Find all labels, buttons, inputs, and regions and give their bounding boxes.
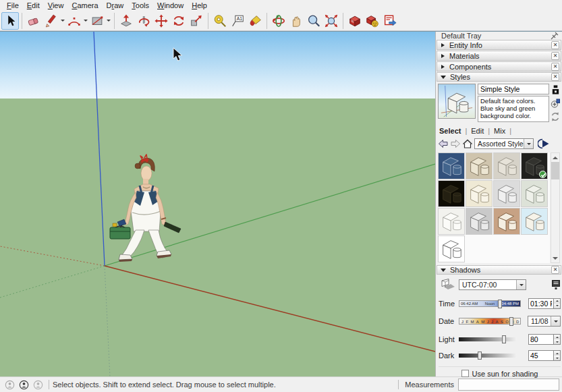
style-thumbnail[interactable] [438, 235, 465, 262]
dark-spinner[interactable] [553, 350, 561, 361]
styles-section-header[interactable]: Styles ✕ [437, 72, 561, 82]
model-viewport[interactable] [0, 32, 435, 376]
style-thumbnail[interactable] [438, 208, 465, 235]
close-section-button[interactable]: ✕ [551, 52, 559, 60]
time-field[interactable] [528, 298, 553, 309]
light-field[interactable] [528, 334, 553, 345]
style-thumbnail[interactable] [493, 208, 520, 235]
arc-tool-button[interactable] [65, 12, 83, 30]
dropdown-arrow-icon[interactable] [516, 280, 526, 289]
secondary-pane-icon[interactable] [551, 84, 561, 95]
timezone-dropdown[interactable]: UTC-07:00 [459, 279, 526, 290]
menu-item[interactable]: File [3, 1, 23, 10]
menu-item[interactable]: Help [188, 1, 211, 10]
menu-item[interactable]: View [44, 1, 68, 10]
create-new-style-icon[interactable] [550, 98, 561, 109]
style-thumbnail[interactable] [493, 180, 520, 207]
extension-warehouse-button[interactable] [381, 12, 399, 30]
style-thumbnail[interactable] [521, 208, 548, 235]
zoom-extents-button[interactable] [322, 12, 340, 30]
styles-tab[interactable]: Edit [467, 127, 488, 135]
paint-bucket-tool-button[interactable] [246, 12, 264, 30]
line-tool-dropdown[interactable] [60, 12, 65, 30]
dropdown-arrow-icon[interactable] [551, 316, 560, 326]
time-slider-thumb[interactable] [498, 300, 502, 308]
menu-item[interactable]: Window [153, 1, 188, 10]
dropdown-arrow-icon[interactable] [524, 139, 533, 148]
line-tool-button[interactable] [43, 12, 60, 30]
select-tool-button[interactable] [1, 12, 19, 30]
close-section-button[interactable]: ✕ [551, 266, 559, 274]
style-description[interactable]: Default face colors. Blue sky and green … [478, 96, 549, 122]
pan-tool-button[interactable] [287, 12, 305, 30]
style-details-icon[interactable] [538, 138, 550, 149]
scroll-up-icon[interactable] [551, 153, 559, 162]
style-thumbnail[interactable] [466, 152, 493, 179]
back-icon[interactable] [438, 139, 449, 148]
orbit-tool-button[interactable] [270, 12, 287, 30]
rectangle-tool-dropdown[interactable] [106, 12, 111, 30]
zoom-tool-button[interactable] [305, 12, 322, 30]
style-thumbnail[interactable] [493, 152, 520, 179]
menu-item[interactable]: Tools [128, 1, 153, 10]
push-pull-tool-button[interactable] [117, 12, 135, 30]
measurements-input[interactable] [458, 379, 559, 391]
tray-section-header[interactable]: Entity Info ✕ [437, 40, 561, 50]
toolbar-separator [22, 13, 22, 29]
tray-section-header[interactable]: Materials ✕ [437, 51, 561, 61]
styles-scrollbar[interactable] [551, 152, 560, 263]
scrollbar-thumb[interactable] [551, 162, 559, 179]
date-slider[interactable]: JFMAMJJASOND [459, 318, 521, 325]
tape-measure-tool-button[interactable] [211, 12, 229, 30]
light-spinner[interactable] [553, 334, 561, 345]
style-thumbnail[interactable] [466, 180, 493, 207]
menu-item[interactable]: Camera [67, 1, 102, 10]
dark-slider[interactable] [459, 354, 517, 358]
close-section-button[interactable]: ✕ [551, 73, 559, 81]
date-slider-thumb[interactable] [509, 317, 513, 326]
claim-credit-icon[interactable] [19, 380, 29, 390]
rectangle-tool-button[interactable] [88, 12, 106, 30]
arc-tool-dropdown[interactable] [83, 12, 88, 30]
scale-tool-button[interactable] [188, 12, 205, 30]
style-thumbnail[interactable] [438, 152, 465, 179]
style-thumbnail[interactable] [438, 180, 465, 207]
styles-tab[interactable]: Mix [490, 127, 509, 135]
close-section-button[interactable]: ✕ [551, 63, 559, 71]
text-tool-button[interactable] [229, 12, 246, 30]
light-slider-thumb[interactable] [502, 335, 506, 343]
shadow-dialog-icon[interactable] [551, 279, 561, 290]
shadow-toggle-icon[interactable] [439, 278, 456, 291]
style-thumbnail[interactable] [466, 208, 493, 235]
time-slider[interactable]: 06:42 AM Noon 04:48 PM [459, 300, 521, 307]
sign-in-icon[interactable] [33, 380, 43, 390]
share-model-button[interactable] [364, 12, 381, 30]
date-field[interactable]: 11/08 [528, 316, 561, 327]
styles-tab[interactable]: Select [438, 127, 465, 135]
eraser-tool-button[interactable] [25, 12, 43, 30]
update-style-icon[interactable] [550, 111, 561, 122]
style-thumbnail[interactable] [521, 180, 548, 207]
style-collection-dropdown[interactable]: Assorted Styles [474, 138, 534, 149]
move-tool-button[interactable] [152, 12, 170, 30]
use-sun-checkbox[interactable] [461, 370, 469, 377]
follow-me-tool-button[interactable] [135, 12, 152, 30]
geolocation-icon[interactable] [5, 380, 15, 390]
scroll-down-icon[interactable] [551, 254, 559, 262]
style-thumbnail[interactable] [521, 152, 548, 179]
close-section-button[interactable]: ✕ [551, 41, 559, 49]
light-slider[interactable] [459, 337, 517, 341]
rotate-tool-button[interactable] [170, 12, 188, 30]
3d-warehouse-button[interactable] [346, 12, 364, 30]
forward-icon[interactable] [450, 139, 461, 148]
time-spinner[interactable] [553, 298, 561, 309]
dark-field[interactable] [528, 350, 553, 361]
style-name-input[interactable] [478, 84, 549, 94]
home-icon[interactable] [462, 139, 473, 148]
dark-slider-thumb[interactable] [478, 352, 482, 360]
tray-section-header[interactable]: Components ✕ [437, 61, 561, 72]
menu-item[interactable]: Draw [103, 1, 128, 10]
menu-item[interactable]: Edit [23, 1, 44, 10]
pin-icon[interactable] [551, 32, 559, 40]
shadows-section-header[interactable]: Shadows ✕ [437, 265, 561, 275]
